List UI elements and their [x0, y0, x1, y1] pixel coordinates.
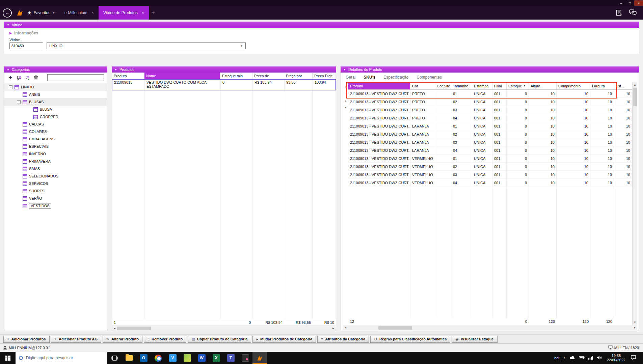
notes-app-icon[interactable] [180, 352, 194, 364]
detalhes-panel-header[interactable]: ▼ Detalhes do Produto [341, 66, 639, 73]
tree-item-blusas[interactable]: BLUSAS [4, 98, 107, 106]
sku-row[interactable]: 211009013 - VESTIDO DWZ CURT... PRETO 02… [348, 98, 632, 106]
start-button[interactable] [0, 352, 16, 364]
sku-row[interactable]: 211009013 - VESTIDO DWZ CURT... PRETO 03… [348, 106, 632, 114]
vitrine-select[interactable]: LINX IO ▼ [47, 43, 246, 49]
sku-row[interactable]: 211009013 - VESTIDO DWZ CURT... VERMELHO… [348, 163, 632, 171]
action-button[interactable]: ✎ Alterar Produto [103, 336, 142, 343]
tab-e-millennium[interactable]: e-Millennium × [60, 6, 99, 20]
close-tab-icon[interactable]: × [91, 10, 94, 15]
scroll-down-icon[interactable]: ▼ [633, 320, 637, 325]
linx-millennium-taskbar-icon[interactable] [252, 352, 267, 364]
tree-item-colares[interactable]: COLARES [4, 128, 107, 135]
scroll-right-icon[interactable]: ► [632, 326, 637, 329]
column-header-produto[interactable]: Produto [112, 73, 144, 79]
column-header-cor-site[interactable]: Cor Site [435, 82, 451, 89]
sku-row[interactable]: 211009013 - VESTIDO DWZ CURT... LARANJA … [348, 146, 632, 155]
column-header-preco-por[interactable]: Preço por [284, 73, 313, 79]
column-header-tamanho[interactable]: Tamanho [451, 82, 472, 89]
sku-row[interactable]: 211009013 - VESTIDO DWZ CURT... PRETO 01… [348, 90, 632, 98]
tree-item-verao[interactable]: VERÃO [4, 195, 107, 202]
remove-record-button[interactable]: − [343, 90, 348, 97]
column-header-nome[interactable]: Nome [144, 73, 220, 79]
tree-item-cropped[interactable]: CROPPED [4, 113, 107, 120]
move-up-button[interactable]: ▲ [343, 97, 348, 104]
tasks-icon[interactable] [616, 9, 622, 17]
close-button[interactable]: × [634, 0, 643, 6]
action-button[interactable]: ≡ Atributos da Categoria [317, 336, 369, 343]
column-header-preco-digit[interactable]: Preço Digit... [313, 73, 336, 79]
action-center-icon[interactable] [631, 355, 636, 361]
tab-geral[interactable]: Geral [346, 75, 355, 82]
categorias-panel-header[interactable]: ▼ Categorias [4, 66, 107, 73]
column-header-filial[interactable]: Filial [492, 82, 507, 89]
tree-item-selecionados[interactable]: SELECIONADOS [4, 172, 107, 180]
action-button[interactable]: + Adicionar Produto AG [51, 336, 102, 343]
tab-skus[interactable]: SKU's [364, 75, 375, 82]
scrollbar-thumb[interactable] [378, 326, 412, 330]
column-header-estoque-min[interactable]: Estoque min [220, 73, 252, 79]
sku-row[interactable]: 211009013 - VESTIDO DWZ CURT... LARANJA … [348, 130, 632, 138]
favorites-menu[interactable]: ★ Favoritos ▼ [27, 10, 55, 16]
file-explorer-icon[interactable] [122, 352, 136, 364]
word-icon[interactable]: W [194, 352, 209, 364]
action-button[interactable]: ▥ Copiar Produto de Categoria [188, 336, 251, 343]
vitrine-code-input[interactable] [9, 43, 43, 49]
maximize-button[interactable]: □ [625, 0, 634, 6]
add-category-button[interactable]: + [7, 75, 14, 81]
action-button[interactable]: ⚙ Regras para Classificação Automática [370, 336, 450, 343]
column-header-largura[interactable]: Largura [590, 82, 614, 89]
tree-view-button[interactable] [16, 75, 22, 81]
sku-row[interactable]: 211009013 - VESTIDO DWZ CURT... VERMELHO… [348, 171, 632, 179]
add-record-button[interactable]: + [343, 84, 348, 90]
tree-item-saias[interactable]: SAIAS [4, 165, 107, 172]
tree-item-aneis[interactable]: ANEIS [4, 91, 107, 98]
column-header-cor[interactable]: Cor [410, 82, 435, 89]
new-tab-button[interactable]: + [152, 9, 155, 16]
column-header-comprimento[interactable]: Comprimento [557, 82, 590, 89]
taskbar-search-input[interactable]: Digite aqui para pesquisar [16, 352, 107, 364]
filter-chevron-icon[interactable]: ▼ [523, 85, 526, 87]
close-tab-icon[interactable]: × [142, 10, 144, 15]
onedrive-cloud-icon[interactable] [569, 356, 575, 360]
battery-icon[interactable] [579, 356, 585, 360]
produtos-horizontal-scrollbar[interactable]: ◄ ► [112, 326, 336, 331]
sku-row[interactable]: 211009013 - VESTIDO DWZ CURT... LARANJA … [348, 138, 632, 146]
produtos-panel-header[interactable]: ▼ Produtos [112, 66, 336, 73]
minimize-button[interactable]: – [617, 0, 625, 6]
tree-item-embalagens[interactable]: EMBALAGENS [4, 135, 107, 143]
column-header-altura[interactable]: Altura [529, 82, 557, 89]
sku-vertical-scrollbar[interactable]: ▲ ▼ [632, 82, 637, 325]
sku-row[interactable]: 211009013 - VESTIDO DWZ CURT... PRETO 04… [348, 114, 632, 122]
sku-row[interactable]: 211009013 - VESTIDO DWZ CURT... VERMELHO… [348, 155, 632, 163]
task-view-icon[interactable] [107, 352, 122, 364]
sku-horizontal-scrollbar[interactable]: ◄ ► [343, 325, 637, 330]
scroll-left-icon[interactable]: ◄ [112, 327, 117, 330]
tree-item-shorts[interactable]: SHORTS [4, 187, 107, 195]
tab-especificacao[interactable]: Especificação [383, 75, 408, 82]
excel-icon[interactable]: X [209, 352, 223, 364]
vitrine-section-header[interactable]: ▼ Vitrine [4, 22, 639, 28]
taskbar-clock[interactable]: 19:35 22/06/2022 [606, 354, 627, 362]
action-button[interactable]: + Adicionar Produtos [3, 336, 50, 343]
tab-vitrine-de-produtos[interactable]: Vitrine de Produtos × [99, 6, 149, 20]
column-header-produto[interactable]: Produto [348, 82, 410, 89]
tree-add-button[interactable] [24, 75, 30, 81]
tree-item-blusa[interactable]: BLUSA [4, 106, 107, 113]
teams-icon[interactable]: T [223, 352, 238, 364]
tray-expand-chevron-icon[interactable]: ∧ [563, 356, 566, 360]
tree-item-servicos[interactable]: SERVICOS [4, 180, 107, 187]
design-app-icon[interactable] [238, 352, 252, 364]
produto-row-selected[interactable]: 211009013 VESTIDO DWZ CURTO COM ALCA EST… [112, 79, 336, 90]
trash-icon[interactable] [33, 75, 39, 81]
vscode-icon[interactable]: V [165, 352, 180, 364]
tree-item-primavera[interactable]: PRIMAVERA [4, 158, 107, 165]
network-icon[interactable] [588, 356, 593, 360]
column-header-preco-de[interactable]: Preço de [252, 73, 284, 79]
chrome-icon[interactable] [151, 352, 165, 364]
action-button[interactable]: ▯ Remover Produto [144, 336, 186, 343]
back-button[interactable]: ← [3, 8, 12, 18]
tree-item-especiais[interactable]: ESPECIAIS [4, 143, 107, 150]
collapse-node-icon[interactable] [9, 85, 12, 89]
sku-row[interactable]: 211009013 - VESTIDO DWZ CURT... VERMELHO… [348, 179, 632, 187]
